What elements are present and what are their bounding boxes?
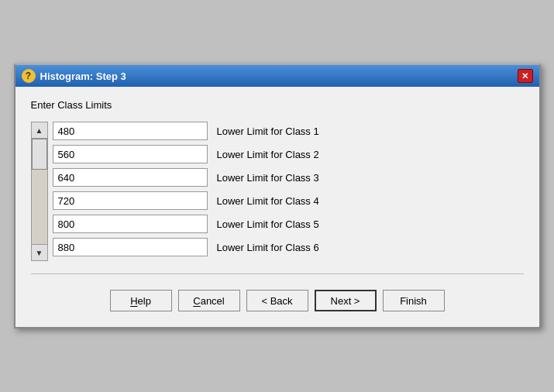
class-limit-input-4[interactable] — [53, 191, 208, 210]
class-limit-label-6: Lower Limit for Class 6 — [217, 242, 319, 253]
field-row: Lower Limit for Class 3 — [53, 168, 524, 187]
class-limit-input-5[interactable] — [53, 215, 208, 233]
class-limit-input-2[interactable] — [53, 145, 208, 163]
dialog-title: Histogram: Step 3 — [40, 70, 126, 82]
field-row: Lower Limit for Class 4 — [53, 191, 524, 210]
class-limit-input-3[interactable] — [53, 168, 208, 187]
help-icon: ? — [22, 69, 36, 83]
scroll-thumb[interactable] — [32, 139, 47, 170]
title-bar-left: ? Histogram: Step 3 — [22, 69, 126, 83]
field-row: Lower Limit for Class 1 — [53, 122, 524, 140]
fields-area: Lower Limit for Class 1Lower Limit for C… — [53, 122, 524, 261]
help-button[interactable]: Help — [110, 290, 172, 311]
class-limit-label-4: Lower Limit for Class 4 — [217, 195, 319, 207]
close-button[interactable]: ✕ — [518, 69, 533, 83]
content-area: ▲ ▼ Lower Limit for Class 1Lower Limit f… — [31, 122, 524, 261]
field-row: Lower Limit for Class 5 — [53, 215, 524, 233]
back-button[interactable]: < Back — [246, 290, 308, 311]
class-limit-input-6[interactable] — [53, 238, 208, 256]
class-limit-label-1: Lower Limit for Class 1 — [217, 126, 319, 137]
field-row: Lower Limit for Class 6 — [53, 238, 524, 256]
class-limit-label-2: Lower Limit for Class 2 — [217, 149, 319, 160]
class-limit-input-1[interactable] — [53, 122, 208, 140]
cancel-button[interactable]: Cancel — [178, 290, 240, 311]
section-label: Enter Class Limits — [31, 99, 524, 111]
finish-button[interactable]: Finish — [383, 290, 445, 311]
dialog-window: ? Histogram: Step 3 ✕ Enter Class Limits… — [14, 64, 541, 328]
class-limit-label-5: Lower Limit for Class 5 — [217, 218, 319, 230]
button-row: Help Cancel < Back Next > Finish — [31, 284, 524, 315]
scroll-down-button[interactable]: ▼ — [31, 244, 48, 261]
next-button[interactable]: Next > — [315, 290, 377, 311]
dialog-body: Enter Class Limits ▲ ▼ Lower Limit for C… — [15, 87, 539, 327]
class-limit-label-3: Lower Limit for Class 3 — [217, 172, 319, 184]
scroll-track — [31, 139, 48, 244]
field-row: Lower Limit for Class 2 — [53, 145, 524, 163]
divider — [31, 273, 524, 274]
title-bar: ? Histogram: Step 3 ✕ — [15, 65, 539, 87]
scroll-up-button[interactable]: ▲ — [31, 122, 48, 139]
scrollbar: ▲ ▼ — [31, 122, 48, 261]
